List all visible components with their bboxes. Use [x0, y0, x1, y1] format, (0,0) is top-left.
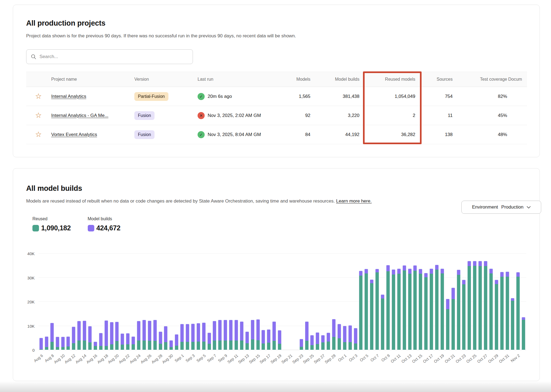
- reused-segment[interactable]: [126, 344, 130, 350]
- bar-oct-31[interactable]: [505, 254, 510, 350]
- reused-segment[interactable]: [310, 345, 314, 350]
- reused-segment[interactable]: [495, 284, 498, 350]
- bar-sep-1[interactable]: [179, 254, 185, 350]
- bar-aug-18[interactable]: [104, 254, 109, 350]
- bar-aug-11[interactable]: [65, 254, 71, 350]
- model-builds-segment[interactable]: [213, 321, 216, 340]
- reused-segment[interactable]: [484, 266, 488, 350]
- model-builds-segment[interactable]: [56, 337, 59, 347]
- environment-select[interactable]: Environment Production: [461, 201, 541, 214]
- model-builds-segment[interactable]: [110, 322, 114, 344]
- reused-segment[interactable]: [191, 342, 195, 350]
- bar-oct-4[interactable]: [358, 254, 364, 350]
- bar-sep-23[interactable]: [299, 254, 304, 350]
- model-builds-segment[interactable]: [120, 333, 124, 345]
- project-link[interactable]: Vortex Event Analytics: [51, 132, 97, 137]
- star-icon[interactable]: ☆: [35, 112, 42, 119]
- model-builds-segment[interactable]: [39, 338, 43, 349]
- reused-segment[interactable]: [522, 320, 525, 350]
- reused-segment[interactable]: [348, 342, 352, 350]
- reused-segment[interactable]: [429, 274, 433, 350]
- reused-segment[interactable]: [397, 274, 401, 350]
- bar-sep-2[interactable]: [185, 254, 190, 350]
- bar-oct-15[interactable]: [418, 254, 423, 350]
- bar-aug-16[interactable]: [93, 254, 98, 350]
- reused-segment[interactable]: [261, 343, 265, 350]
- model-builds-segment[interactable]: [381, 294, 385, 298]
- reused-segment[interactable]: [267, 343, 271, 350]
- model-builds-segment[interactable]: [83, 321, 86, 340]
- bar-aug-13[interactable]: [76, 254, 82, 350]
- model-builds-segment[interactable]: [186, 324, 189, 342]
- bar-oct-27[interactable]: [483, 254, 488, 350]
- bar-sep-28[interactable]: [326, 254, 331, 350]
- model-builds-segment[interactable]: [229, 320, 233, 340]
- bar-aug-23[interactable]: [131, 254, 136, 350]
- model-builds-segment[interactable]: [332, 319, 336, 337]
- reused-segment[interactable]: [337, 338, 341, 350]
- bar-oct-20[interactable]: [445, 254, 450, 350]
- model-builds-segment[interactable]: [462, 280, 466, 284]
- reused-segment[interactable]: [370, 283, 374, 350]
- reused-segment[interactable]: [137, 340, 141, 350]
- reused-segment[interactable]: [196, 342, 200, 350]
- model-builds-segment[interactable]: [218, 320, 222, 340]
- model-builds-segment[interactable]: [392, 269, 395, 275]
- reused-segment[interactable]: [305, 341, 309, 350]
- bar-sep-24[interactable]: [304, 254, 310, 350]
- bar-aug-27[interactable]: [152, 254, 158, 350]
- model-builds-segment[interactable]: [310, 335, 314, 345]
- model-builds-segment[interactable]: [316, 332, 319, 344]
- bar-aug-14[interactable]: [82, 254, 87, 350]
- model-builds-segment[interactable]: [500, 272, 504, 277]
- bar-sep-11[interactable]: [234, 254, 239, 350]
- bar-sep-18[interactable]: [271, 254, 277, 350]
- model-builds-segment[interactable]: [354, 328, 358, 343]
- model-builds-segment[interactable]: [164, 326, 168, 342]
- reused-segment[interactable]: [419, 274, 422, 350]
- bar-aug-20[interactable]: [114, 254, 120, 350]
- reused-segment[interactable]: [316, 344, 319, 350]
- model-builds-segment[interactable]: [234, 320, 238, 340]
- reused-segment[interactable]: [93, 346, 97, 350]
- reused-segment[interactable]: [164, 342, 168, 350]
- model-builds-segment[interactable]: [435, 265, 439, 270]
- bar-aug-12[interactable]: [71, 254, 76, 350]
- reused-segment[interactable]: [229, 340, 233, 350]
- bar-oct-8[interactable]: [380, 254, 385, 350]
- reused-segment[interactable]: [115, 341, 119, 350]
- model-builds-segment[interactable]: [240, 321, 244, 340]
- bar-sep-27[interactable]: [320, 254, 326, 350]
- bar-aug-24[interactable]: [136, 254, 141, 350]
- model-builds-segment[interactable]: [142, 320, 146, 340]
- reused-segment[interactable]: [386, 271, 390, 350]
- model-builds-segment[interactable]: [153, 320, 157, 340]
- bar-oct-23[interactable]: [461, 254, 467, 350]
- reused-segment[interactable]: [77, 340, 81, 350]
- reused-segment[interactable]: [402, 270, 406, 350]
- bar-oct-7[interactable]: [374, 254, 380, 350]
- bar-aug-7[interactable]: [44, 254, 49, 350]
- bar-oct-2[interactable]: [347, 254, 353, 350]
- reused-segment[interactable]: [473, 266, 477, 350]
- bar-sep-8[interactable]: [217, 254, 223, 350]
- model-builds-segment[interactable]: [77, 321, 81, 340]
- bar-sep-19[interactable]: [277, 254, 282, 350]
- bar-oct-24[interactable]: [467, 254, 472, 350]
- model-builds-segment[interactable]: [45, 336, 49, 347]
- reused-segment[interactable]: [272, 341, 276, 350]
- bar-oct-26[interactable]: [477, 254, 483, 350]
- reused-segment[interactable]: [213, 340, 216, 350]
- model-builds-segment[interactable]: [175, 334, 178, 346]
- model-builds-segment[interactable]: [299, 339, 303, 346]
- reused-segment[interactable]: [505, 277, 509, 350]
- model-builds-segment[interactable]: [343, 326, 347, 342]
- bar-oct-16[interactable]: [423, 254, 429, 350]
- model-builds-segment[interactable]: [207, 333, 211, 344]
- bar-aug-19[interactable]: [109, 254, 114, 350]
- model-builds-segment[interactable]: [251, 320, 255, 339]
- bar-aug-21[interactable]: [120, 254, 125, 350]
- bar-oct-5[interactable]: [364, 254, 369, 350]
- model-builds-segment[interactable]: [359, 271, 363, 276]
- bar-sep-5[interactable]: [201, 254, 207, 350]
